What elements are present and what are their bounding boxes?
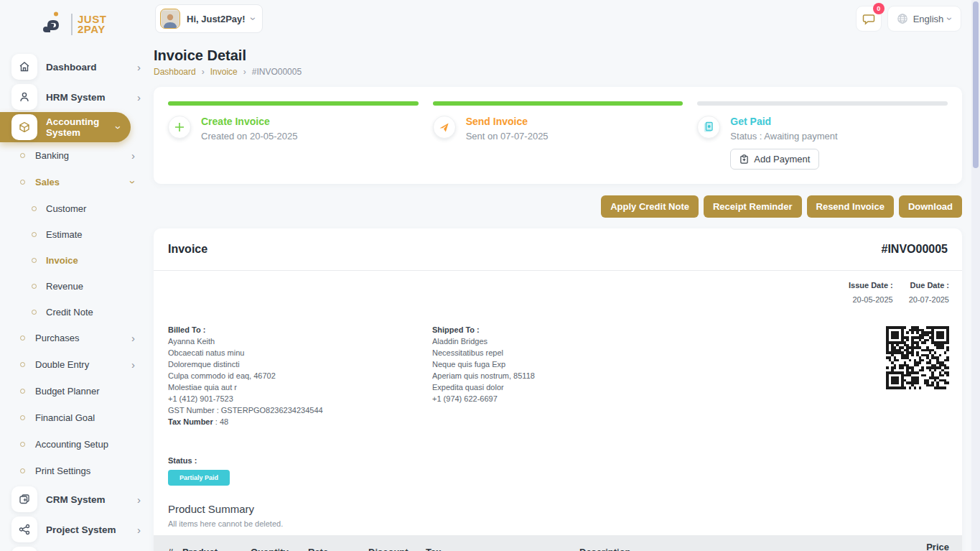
invoice-progress-card: Create Invoice Created on 20-05-2025 Sen… xyxy=(154,87,962,184)
share-icon xyxy=(11,517,37,542)
tax-number-label: Tax Number xyxy=(168,417,213,426)
billed-to-block: Billed To : Ayanna Keith Obcaecati natus… xyxy=(168,324,432,427)
sidebar-item-purchases[interactable]: Purchases › xyxy=(0,325,151,351)
progress-bar-complete xyxy=(433,101,683,106)
sidebar-item-label: CRM System xyxy=(46,494,106,505)
billed-to-line: Molestiae quia aut r xyxy=(168,381,432,393)
sidebar-item-sales[interactable]: Sales › xyxy=(0,169,151,195)
sidebar-item-double-entry[interactable]: Double Entry › xyxy=(0,351,151,378)
tax-number: Tax Number : 48 xyxy=(168,416,432,427)
col-header-product: Product xyxy=(182,547,251,551)
sidebar-item-hrm-system[interactable]: HRM System › xyxy=(0,82,151,112)
app-logo[interactable]: JUST 2PAY xyxy=(0,6,151,40)
progress-bar-complete xyxy=(168,101,419,106)
breadcrumb-invoice-link[interactable]: Invoice xyxy=(210,67,238,77)
sidebar-item-label: HRM System xyxy=(46,92,106,103)
invoice-status-block: Status : Partialy Paid xyxy=(168,456,949,486)
sidebar-item-dashboard[interactable]: Dashboard › xyxy=(0,52,151,82)
chevron-down-icon: › xyxy=(113,126,124,129)
shipped-to-label: Shipped To : xyxy=(432,324,886,335)
billed-to-line: Doloremque distincti xyxy=(168,358,432,370)
product-table: # Product Quantity Rate Discount Tax Des… xyxy=(154,535,962,551)
sidebar-item-label: Estimate xyxy=(46,229,83,240)
sidebar-nav: Dashboard › HRM System › Accounting Syst… xyxy=(0,40,151,551)
breadcrumb-dashboard-link[interactable]: Dashboard xyxy=(154,67,196,77)
sidebar-item-revenue[interactable]: Revenue xyxy=(0,273,151,299)
bullet-icon xyxy=(32,284,37,289)
logo-line2: 2PAY xyxy=(78,24,106,34)
resend-invoice-button[interactable]: Resend Invoice xyxy=(807,195,894,218)
sidebar-item-banking[interactable]: Banking › xyxy=(0,142,151,169)
invoice-card-header: Invoice #INVO00005 xyxy=(154,228,962,271)
home-icon xyxy=(11,54,37,80)
add-payment-button[interactable]: Add Payment xyxy=(730,149,819,170)
issue-date-label: Issue Date : xyxy=(849,281,893,290)
add-payment-label: Add Payment xyxy=(754,154,810,165)
sidebar-item-crm-system[interactable]: CRM System › xyxy=(0,484,151,514)
sidebar-item-credit-note[interactable]: Credit Note xyxy=(0,299,151,325)
sidebar-item-accounting-system[interactable]: Accounting System › xyxy=(0,112,131,142)
sidebar: JUST 2PAY Dashboard › HRM System › Accou… xyxy=(0,0,151,551)
user-menu-button[interactable]: Hi, Just2Pay! › xyxy=(155,4,263,33)
invoice-actions: Apply Credit Note Receipt Reminder Resen… xyxy=(154,195,962,218)
step-get-paid: Get Paid Status : Awaiting payment Add P… xyxy=(697,101,948,170)
issue-date-value: 20-05-2025 xyxy=(849,295,893,304)
col-header-rate: Rate xyxy=(308,547,368,551)
step-subtitle: Status : Awaiting payment xyxy=(730,131,837,142)
shipped-to-line: Necessitatibus repel xyxy=(432,347,886,358)
chevron-right-icon: › xyxy=(137,92,141,103)
sidebar-item-estimate[interactable]: Estimate xyxy=(0,221,151,247)
page-title: Invoice Detail xyxy=(154,47,962,64)
bullet-icon xyxy=(20,415,25,420)
download-button[interactable]: Download xyxy=(899,195,962,218)
breadcrumb: Dashboard › Invoice › #INVO00005 xyxy=(154,67,962,77)
sidebar-item-project-system[interactable]: Project System › xyxy=(0,514,151,545)
receipt-reminder-button[interactable]: Receipt Reminder xyxy=(704,195,802,218)
sidebar-item-print-settings[interactable]: Print Settings xyxy=(0,458,151,484)
step-title: Create Invoice xyxy=(201,116,297,127)
notifications-button[interactable]: 0 xyxy=(856,6,882,32)
scrollbar-thumb[interactable] xyxy=(973,1,979,168)
chevron-down-icon: › xyxy=(248,17,259,21)
sidebar-item-label: Purchases xyxy=(35,333,79,343)
logo-divider xyxy=(71,14,73,35)
step-subtitle: Sent on 07-07-2025 xyxy=(466,131,549,142)
sidebar-item-budget-planner[interactable]: Budget Planner xyxy=(0,378,151,404)
bullet-icon xyxy=(32,206,37,211)
col-header-price: Price after tax & discount xyxy=(867,542,962,551)
due-date-value: 20-07-2025 xyxy=(909,295,949,304)
bullet-icon xyxy=(20,153,25,158)
apply-credit-note-button[interactable]: Apply Credit Note xyxy=(601,195,699,218)
avatar xyxy=(160,9,180,29)
language-label: English xyxy=(913,14,944,24)
product-summary-note: All items here cannot be deleted. xyxy=(168,519,949,528)
status-badge: Partialy Paid xyxy=(168,470,230,486)
sidebar-item-label: Accounting Setup xyxy=(35,439,108,450)
shipped-to-block: Shipped To : Aladdin Bridges Necessitati… xyxy=(432,324,886,427)
sidebar-item-accounting-setup[interactable]: Accounting Setup xyxy=(0,431,151,458)
chevron-right-icon: › xyxy=(131,150,135,161)
globe-icon xyxy=(897,13,908,24)
chevron-right-icon: › xyxy=(137,524,141,535)
partial-icon xyxy=(11,547,37,551)
paper-plane-icon xyxy=(433,116,456,139)
sidebar-item-label: Budget Planner xyxy=(35,386,100,397)
sidebar-item-label: Customer xyxy=(46,203,86,214)
invoice-number: #INVO00005 xyxy=(881,243,948,256)
invoice-addresses: Billed To : Ayanna Keith Obcaecati natus… xyxy=(168,324,949,427)
logo-monogram-icon xyxy=(42,11,66,38)
main-content: Invoice Detail Dashboard › Invoice › #IN… xyxy=(151,37,962,551)
step-create-invoice: Create Invoice Created on 20-05-2025 xyxy=(168,101,419,170)
breadcrumb-separator: › xyxy=(202,67,205,77)
sidebar-item-invoice[interactable]: Invoice xyxy=(0,247,151,273)
sidebar-item-customer[interactable]: Customer xyxy=(0,195,151,221)
sidebar-item-financial-goal[interactable]: Financial Goal xyxy=(0,404,151,431)
chevron-right-icon: › xyxy=(137,62,141,73)
bullet-icon xyxy=(20,335,25,341)
language-selector[interactable]: English › xyxy=(887,6,961,32)
money-icon xyxy=(697,116,720,139)
vertical-scrollbar[interactable] xyxy=(971,0,980,551)
sidebar-item-label: Project System xyxy=(46,524,116,535)
chevron-right-icon: › xyxy=(131,359,135,370)
bullet-icon xyxy=(32,310,37,315)
